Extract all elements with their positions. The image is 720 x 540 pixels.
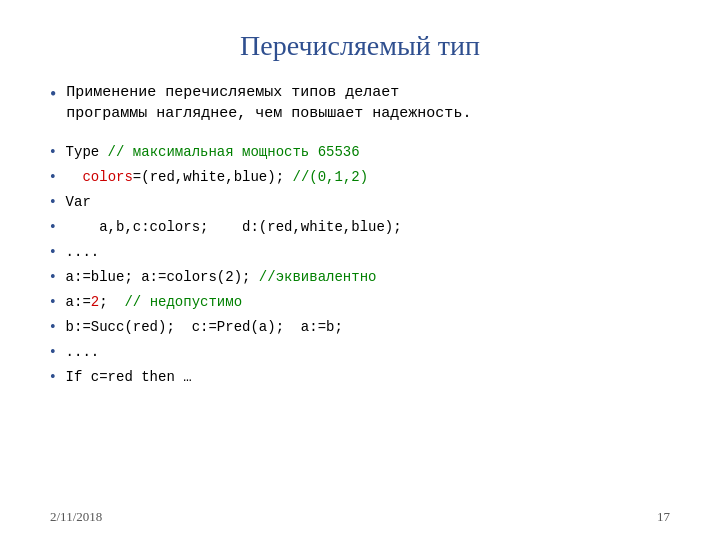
code-content-6: a:=blue; a:=colors(2); //эквивалентно <box>66 267 377 288</box>
code-colors-comment: //(0,1,2) <box>292 169 368 185</box>
code-line-4: • a,b,c:colors; d:(red,white,blue); <box>50 217 670 239</box>
code-line-5: • .... <box>50 242 670 264</box>
code-colors-var: colors <box>82 169 132 185</box>
code-dots-2: .... <box>66 342 100 363</box>
code-type-comment: // максимальная мощность 65536 <box>99 144 359 160</box>
bullet-4: • <box>50 218 56 236</box>
code-line-8: • b:=Succ(red); c:=Pred(a); a:=b; <box>50 317 670 339</box>
code-line-6: • a:=blue; a:=colors(2); //эквивалентно <box>50 267 670 289</box>
code-equiv-stmt: a:=blue; a:=colors(2); <box>66 269 259 285</box>
code-line-1: • Type // максимальная мощность 65536 <box>50 142 670 164</box>
bullet-9: • <box>50 343 56 361</box>
code-line-7: • a:=2; // недопустимо <box>50 292 670 314</box>
footer-date: 2/11/2018 <box>50 509 102 525</box>
code-content-2: colors=(red,white,blue); //(0,1,2) <box>66 167 369 188</box>
intro-line1: Применение перечисляемых типов делает <box>66 84 399 101</box>
code-type-keyword: Type <box>66 144 100 160</box>
code-line-2: • colors=(red,white,blue); //(0,1,2) <box>50 167 670 189</box>
code-if-stmt: If c=red then … <box>66 367 192 388</box>
bullet-1: • <box>50 143 56 161</box>
code-indent <box>66 169 83 185</box>
code-content-7: a:=2; // недопустимо <box>66 292 242 313</box>
bullet-10: • <box>50 368 56 386</box>
intro-line2: программы нагляднее, чем повышает надежн… <box>66 105 471 122</box>
code-invalid-comment: // недопустимо <box>124 294 242 310</box>
footer-page: 17 <box>657 509 670 525</box>
slide-title: Перечисляемый тип <box>50 30 670 62</box>
code-invalid-num: 2 <box>91 294 99 310</box>
intro-text: Применение перечисляемых типов делает пр… <box>66 82 471 124</box>
code-succ-pred: b:=Succ(red); c:=Pred(a); a:=b; <box>66 317 343 338</box>
code-invalid-a: a:= <box>66 294 91 310</box>
code-invalid-semi: ; <box>99 294 124 310</box>
footer: 2/11/2018 17 <box>50 509 670 525</box>
code-colors-assign: =(red,white,blue); <box>133 169 293 185</box>
code-var-keyword: Var <box>66 192 91 213</box>
slide: Перечисляемый тип • Применение перечисля… <box>0 0 720 540</box>
code-section: • Type // максимальная мощность 65536 • … <box>50 142 670 389</box>
code-line-10: • If c=red then … <box>50 367 670 389</box>
intro-bullet: • Применение перечисляемых типов делает … <box>50 82 670 124</box>
bullet-7: • <box>50 293 56 311</box>
bullet-8: • <box>50 318 56 336</box>
code-dots-1: .... <box>66 242 100 263</box>
bullet-3: • <box>50 193 56 211</box>
bullet-2: • <box>50 168 56 186</box>
code-content-1: Type // максимальная мощность 65536 <box>66 142 360 163</box>
code-line-9: • .... <box>50 342 670 364</box>
code-var-decl: a,b,c:colors; d:(red,white,blue); <box>66 217 402 238</box>
bullet-6: • <box>50 268 56 286</box>
code-equiv-comment: //эквивалентно <box>259 269 377 285</box>
code-line-3: • Var <box>50 192 670 214</box>
bullet-dot-intro: • <box>50 84 56 105</box>
bullet-5: • <box>50 243 56 261</box>
